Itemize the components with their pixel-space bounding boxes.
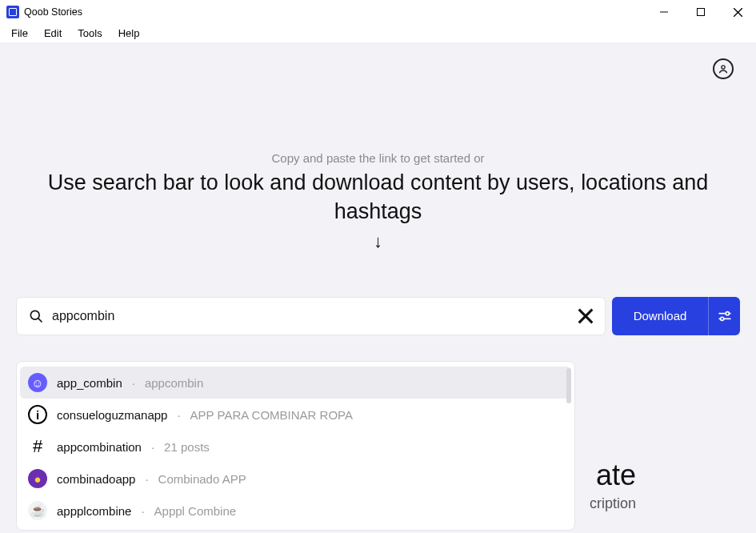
person-icon xyxy=(717,62,730,75)
svg-point-4 xyxy=(722,66,725,69)
close-icon xyxy=(734,8,742,17)
search-suggestions-dropdown: ☺app_combin · appcombiniconsueloguzmanap… xyxy=(16,361,575,531)
suggestion-avatar-icon: ☺ xyxy=(28,373,47,392)
suggestion-meta: Apppl Combine xyxy=(154,504,237,518)
menubar: File Edit Tools Help xyxy=(0,24,756,42)
maximize-icon xyxy=(697,8,705,16)
suggestion-item[interactable]: iconsueloguzmanapp · APP PARA COMBINAR R… xyxy=(20,399,571,431)
suggestion-item[interactable]: #appcombination · 21 posts xyxy=(20,431,571,463)
suggestion-avatar-icon: ● xyxy=(28,469,47,488)
close-button[interactable] xyxy=(719,0,756,24)
suggestion-name: combinadoapp xyxy=(57,472,135,486)
menu-file[interactable]: File xyxy=(3,26,36,41)
suggestion-name: appcombination xyxy=(57,440,142,454)
suggestion-avatar-icon: ☕ xyxy=(28,501,47,520)
hashtag-icon: # xyxy=(28,437,47,456)
suggestion-item[interactable]: ☕appplcombine · Apppl Combine xyxy=(20,495,571,527)
suggestion-avatar-icon: i xyxy=(28,405,47,424)
svg-point-10 xyxy=(726,311,729,315)
minimize-button[interactable] xyxy=(646,0,682,24)
minimize-icon xyxy=(660,8,668,16)
menu-help[interactable]: Help xyxy=(110,26,148,41)
suggestion-meta: 21 posts xyxy=(164,440,210,454)
search-input[interactable] xyxy=(52,309,570,323)
svg-point-12 xyxy=(720,317,723,320)
content-area: Copy and paste the link to get started o… xyxy=(0,42,756,533)
svg-line-6 xyxy=(38,319,42,323)
sliders-icon xyxy=(717,308,733,324)
titlebar-left: Qoob Stories xyxy=(6,6,82,18)
maximize-button[interactable] xyxy=(682,0,719,24)
search-field-wrap xyxy=(16,297,606,335)
suggestion-item[interactable]: ☺app_combin · appcombin xyxy=(20,367,571,399)
clear-search-button[interactable] xyxy=(578,308,594,324)
suggestion-name: appplcombine xyxy=(57,504,131,518)
window-controls xyxy=(646,0,756,24)
search-row: Download xyxy=(16,297,740,335)
download-options-button[interactable] xyxy=(708,297,740,335)
down-arrow-icon: ↓ xyxy=(32,231,724,252)
hero-headline: Use search bar to look and download cont… xyxy=(32,168,724,226)
window-title: Qoob Stories xyxy=(24,6,82,18)
app-icon xyxy=(6,6,19,18)
download-label: Download xyxy=(612,309,708,323)
account-button[interactable] xyxy=(713,58,734,79)
svg-rect-1 xyxy=(698,9,705,16)
suggestion-name: app_combin xyxy=(57,376,122,390)
suggestion-meta: Combinado APP xyxy=(158,472,246,486)
hero-subtext: Copy and paste the link to get started o… xyxy=(32,151,724,165)
x-icon xyxy=(578,308,594,324)
titlebar: Qoob Stories xyxy=(0,0,756,24)
hero: Copy and paste the link to get started o… xyxy=(0,151,756,252)
suggestion-meta: appcombin xyxy=(145,376,203,390)
svg-point-5 xyxy=(30,311,39,319)
menu-tools[interactable]: Tools xyxy=(70,26,110,41)
menu-edit[interactable]: Edit xyxy=(36,26,70,41)
download-button[interactable]: Download xyxy=(612,297,740,335)
search-icon xyxy=(28,308,44,324)
background-obscured-text: ate cription xyxy=(590,459,636,512)
suggestion-name: consueloguzmanapp xyxy=(57,408,167,422)
suggestion-meta: APP PARA COMBINAR ROPA xyxy=(190,408,353,422)
suggestion-item[interactable]: ●combinadoapp · Combinado APP xyxy=(20,463,571,495)
dropdown-scrollbar[interactable] xyxy=(566,368,571,403)
